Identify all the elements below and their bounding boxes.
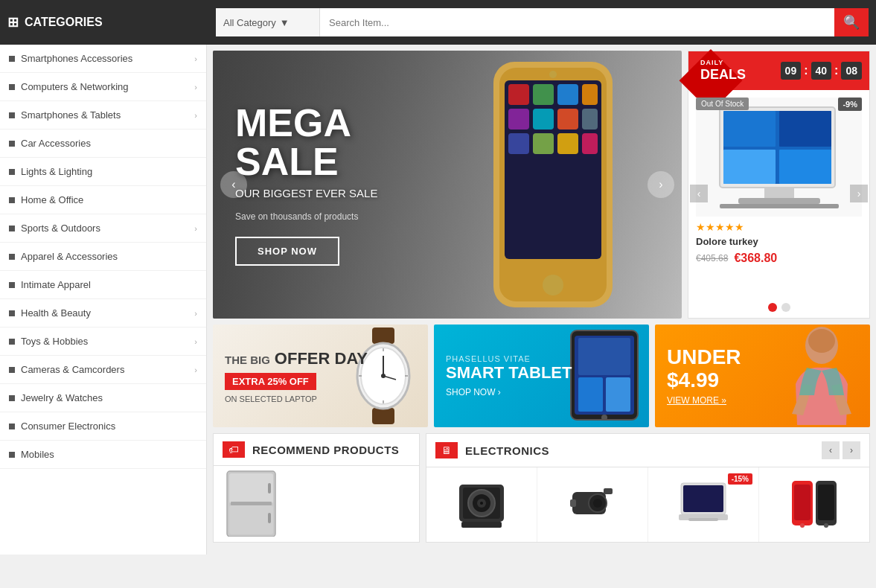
svg-rect-41: [606, 377, 630, 412]
promo-1-text: THE BIG OFFER DAY EXTRA 25% OFF ON SELEC…: [225, 349, 368, 403]
electronics-product-3[interactable]: -15%: [648, 467, 759, 542]
bullet-icon: [9, 169, 15, 175]
deal-dot-2[interactable]: [781, 303, 790, 312]
svg-rect-61: [570, 499, 576, 507]
banner-row: MEGA SALE OUR BIGGEST EVER SALE Save on …: [213, 51, 870, 319]
promo-3-cta[interactable]: VIEW MORE »: [667, 395, 741, 406]
deal-next-button[interactable]: ›: [850, 185, 868, 202]
sidebar-item-smartphones-tablets[interactable]: Smartphones & Tablets ›: [0, 101, 206, 130]
promo-banner-1[interactable]: THE BIG OFFER DAY EXTRA 25% OFF ON SELEC…: [213, 325, 428, 427]
sidebar-item-jewelry-watches[interactable]: Jewelry & Watches: [0, 384, 206, 412]
sidebar-label: Car Accessories: [21, 138, 91, 149]
sections-row: 🏷 RECOMMEND PRODUCTS: [213, 433, 870, 543]
svg-point-42: [601, 415, 607, 421]
sidebar-item-car-accessories[interactable]: Car Accessories: [0, 130, 206, 158]
svg-rect-64: [683, 485, 723, 512]
daily-deals-panel: DAILY DEALS 09 : 40 : 08 Out Of Stock -9…: [688, 51, 870, 319]
arrow-icon: ›: [194, 337, 197, 346]
promo-2-cta[interactable]: SHOP NOW ›: [446, 387, 572, 397]
promo-1-title: OFFER DAY: [275, 349, 368, 368]
electronics-product-4[interactable]: [759, 467, 869, 542]
promo-banner-3[interactable]: UNDER$4.99 VIEW MORE »: [655, 325, 870, 427]
svg-point-60: [593, 499, 602, 508]
banner-next-button[interactable]: ›: [648, 171, 674, 198]
svg-rect-21: [723, 150, 776, 184]
svg-rect-3: [508, 84, 529, 105]
bullet-icon: [9, 339, 15, 345]
bullet-icon: [9, 197, 15, 203]
electronics-product-1[interactable]: [426, 467, 537, 542]
banner-text: MEGA SALE OUR BIGGEST EVER SALE Save on …: [213, 81, 400, 288]
svg-rect-13: [557, 133, 578, 154]
site-title: CATEGORIES: [25, 16, 103, 29]
svg-rect-27: [372, 408, 394, 424]
sidebar-item-smartphones-accessories[interactable]: Smartphones Accessories ›: [0, 45, 206, 73]
category-dropdown[interactable]: All Category ▼: [216, 8, 320, 36]
svg-rect-50: [268, 513, 271, 523]
countdown-seconds: 08: [841, 62, 862, 80]
svg-rect-2: [505, 80, 601, 259]
product-1-image: [434, 475, 529, 534]
tablet-svg: [567, 327, 642, 424]
svg-point-71: [800, 523, 805, 528]
product-3-badge: -15%: [728, 473, 752, 485]
sidebar-item-apparel-accessories[interactable]: Apparel & Accessories: [0, 243, 206, 271]
product-4-image: [767, 475, 862, 534]
svg-rect-70: [818, 485, 834, 520]
sidebar-item-sports-outdoors[interactable]: Sports & Outdoors ›: [0, 214, 206, 243]
bullet-icon: [9, 282, 15, 288]
deal-dot-1[interactable]: [768, 303, 777, 312]
banner-subtitle: OUR BIGGEST EVER SALE: [235, 187, 377, 199]
deal-product-name: Dolore turkey: [696, 236, 862, 247]
search-input[interactable]: [320, 8, 834, 36]
electronics-product-grid: -15%: [426, 467, 869, 542]
bullet-icon: [9, 367, 15, 373]
electronics-product-2[interactable]: [537, 467, 648, 542]
electronics-prev-button[interactable]: ‹: [822, 441, 840, 459]
sidebar-label: Toys & Hobbies: [21, 336, 88, 347]
electronics-title: ELECTRONICS: [465, 444, 814, 457]
sidebar-item-cameras-camcorders[interactable]: Cameras & Camcorders ›: [0, 356, 206, 384]
promo-banner-2[interactable]: PHASELLUS VITAE SMART TABLET SHOP NOW ›: [434, 325, 649, 427]
deals-label: DEALS: [700, 67, 746, 83]
arrow-icon: ›: [194, 111, 197, 120]
svg-rect-48: [231, 502, 272, 505]
promo-banners-row: THE BIG OFFER DAY EXTRA 25% OFF ON SELEC…: [213, 325, 870, 427]
recommend-product-image: [221, 473, 281, 533]
shop-now-button[interactable]: SHOP NOW: [235, 237, 339, 266]
sidebar-item-computers-networking[interactable]: Computers & Networking ›: [0, 73, 206, 101]
sidebar-item-home-office[interactable]: Home & Office: [0, 186, 206, 214]
electronics-panel: 🖥 ELECTRONICS ‹ ›: [426, 433, 870, 543]
sidebar-label: Home & Office: [21, 194, 83, 205]
product-1-svg: [455, 477, 508, 533]
svg-rect-25: [720, 204, 839, 208]
sidebar-item-intimate-apparel[interactable]: Intimate Apparel: [0, 271, 206, 299]
sidebar-label: Mobiles: [21, 449, 54, 460]
header: ⊞ CATEGORIES All Category ▼ 🔍: [0, 0, 876, 45]
electronics-header: 🖥 ELECTRONICS ‹ ›: [426, 434, 869, 467]
sidebar-item-mobiles[interactable]: Mobiles: [0, 441, 206, 469]
sidebar-item-toys-hobbies[interactable]: Toys & Hobbies ›: [0, 327, 206, 356]
chevron-down-icon: ▼: [280, 17, 290, 28]
svg-rect-7: [508, 109, 529, 130]
deal-product-image: [696, 98, 862, 217]
category-label: All Category: [223, 17, 276, 28]
electronics-next-button[interactable]: ›: [843, 441, 860, 459]
countdown-sep2: :: [834, 64, 838, 77]
sidebar-item-health-beauty[interactable]: Health & Beauty ›: [0, 299, 206, 327]
product-2-svg: [566, 477, 618, 533]
svg-rect-26: [372, 327, 394, 344]
svg-rect-57: [461, 522, 502, 528]
sidebar-item-lights-lighting[interactable]: Lights & Lighting: [0, 158, 206, 186]
arrow-icon: ›: [194, 83, 197, 92]
main-content: MEGA SALE OUR BIGGEST EVER SALE Save on …: [207, 45, 876, 555]
sidebar-label: Apparel & Accessories: [21, 251, 118, 262]
deal-prev-button[interactable]: ‹: [690, 185, 708, 202]
bullet-icon: [9, 112, 15, 118]
sidebar-item-consumer-electronics[interactable]: Consumer Electronics: [0, 412, 206, 441]
search-button[interactable]: 🔍: [834, 8, 869, 36]
svg-rect-10: [582, 109, 598, 130]
grid-icon: ⊞: [7, 14, 19, 31]
daily-label: DAILY: [700, 59, 746, 67]
arrow-icon: ›: [194, 54, 197, 63]
